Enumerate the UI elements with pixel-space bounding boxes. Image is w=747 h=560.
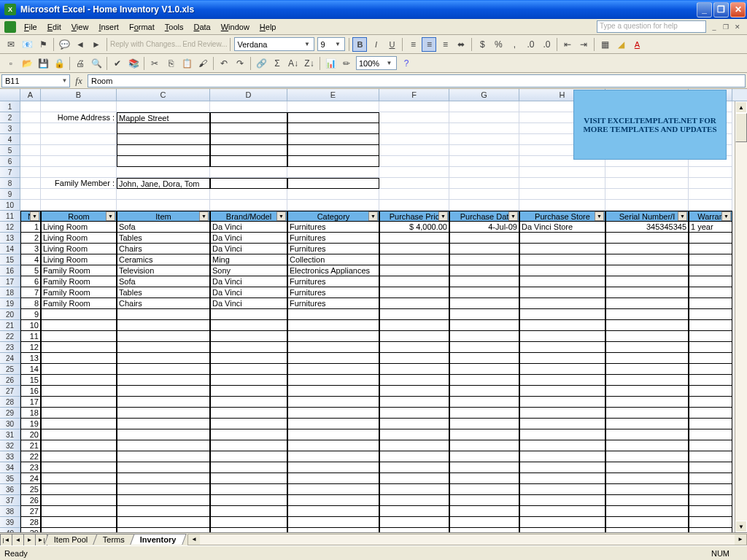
cell[interactable] xyxy=(449,386,519,397)
cell-item[interactable]: Chairs xyxy=(117,298,210,309)
cell[interactable] xyxy=(210,408,287,419)
cell[interactable] xyxy=(449,156,519,167)
cell[interactable] xyxy=(689,528,732,532)
cell-category[interactable]: Furnitures xyxy=(287,298,379,309)
cell[interactable] xyxy=(287,462,379,473)
row-header[interactable]: 37 xyxy=(0,495,20,506)
cell-category[interactable]: Furnitures xyxy=(287,287,379,298)
cell-no[interactable]: 4 xyxy=(20,254,41,265)
cell[interactable] xyxy=(20,167,41,178)
row-header[interactable]: 28 xyxy=(0,397,20,408)
cell[interactable] xyxy=(117,101,210,112)
cell[interactable] xyxy=(519,462,605,473)
row-header[interactable]: 30 xyxy=(0,419,20,429)
tab-item-pool[interactable]: Item Pool xyxy=(44,534,98,545)
row-header[interactable]: 12 xyxy=(0,222,20,233)
cell[interactable] xyxy=(41,375,117,386)
cell-store[interactable] xyxy=(519,254,605,265)
cell[interactable] xyxy=(449,189,519,200)
row-header[interactable]: 21 xyxy=(0,320,20,331)
cell[interactable] xyxy=(519,397,605,408)
cell[interactable] xyxy=(379,178,449,189)
cell[interactable] xyxy=(287,517,379,528)
permission-button[interactable]: 🔒 xyxy=(52,56,66,71)
cell[interactable] xyxy=(41,386,117,397)
next-comment-icon[interactable]: ► xyxy=(89,37,104,52)
cell[interactable] xyxy=(519,189,605,200)
cell[interactable] xyxy=(287,342,379,353)
menu-tools[interactable]: Tools xyxy=(160,21,189,33)
cell[interactable] xyxy=(379,167,449,178)
cell-no[interactable]: 13 xyxy=(20,353,41,364)
cell-price[interactable] xyxy=(379,298,449,309)
cell[interactable] xyxy=(449,101,519,112)
row-header[interactable]: 25 xyxy=(0,364,20,375)
cell[interactable] xyxy=(117,353,210,364)
cell-warranty[interactable] xyxy=(689,244,732,254)
row-header[interactable]: 16 xyxy=(0,265,20,276)
menu-edit[interactable]: Edit xyxy=(42,21,66,33)
row-header[interactable]: 33 xyxy=(0,451,20,462)
menu-format[interactable]: Format xyxy=(124,21,160,33)
cell-no[interactable]: 18 xyxy=(20,408,41,419)
cell[interactable] xyxy=(379,375,449,386)
cell[interactable] xyxy=(41,473,117,484)
row-header[interactable]: 4 xyxy=(0,134,20,145)
cell[interactable] xyxy=(41,342,117,353)
cell[interactable] xyxy=(41,353,117,364)
filter-dropdown-icon[interactable]: ▼ xyxy=(508,211,518,221)
cell[interactable] xyxy=(41,167,117,178)
header-room[interactable]: Room▼ xyxy=(41,211,117,222)
row-header[interactable]: 24 xyxy=(0,353,20,364)
cell[interactable] xyxy=(519,495,605,506)
cell[interactable] xyxy=(519,473,605,484)
cell[interactable] xyxy=(117,189,210,200)
cell[interactable] xyxy=(449,145,519,156)
row-header[interactable]: 11 xyxy=(0,211,20,222)
cell[interactable] xyxy=(41,101,117,112)
cell[interactable] xyxy=(287,112,379,123)
cell[interactable] xyxy=(689,397,732,408)
cell[interactable] xyxy=(605,495,689,506)
cell-warranty[interactable] xyxy=(689,265,732,276)
filter-dropdown-icon[interactable]: ▼ xyxy=(199,211,209,221)
cell[interactable] xyxy=(41,364,117,375)
filter-dropdown-icon[interactable]: ▼ xyxy=(438,211,448,221)
cell[interactable] xyxy=(210,506,287,517)
filter-dropdown-icon[interactable]: ▼ xyxy=(368,211,378,221)
row-header[interactable]: 36 xyxy=(0,484,20,495)
cell[interactable] xyxy=(210,495,287,506)
cell[interactable] xyxy=(519,484,605,495)
research-button[interactable]: 📚 xyxy=(126,56,141,71)
row-header[interactable]: 7 xyxy=(0,167,20,178)
row-header[interactable]: 35 xyxy=(0,473,20,484)
cell[interactable] xyxy=(449,309,519,320)
merge-center-button[interactable]: ⬌ xyxy=(454,37,468,52)
cell[interactable] xyxy=(449,397,519,408)
cell[interactable] xyxy=(605,429,689,440)
header-category[interactable]: Category▼ xyxy=(287,211,379,222)
cell-no[interactable]: 10 xyxy=(20,320,41,331)
cell-date[interactable] xyxy=(449,298,519,309)
cell[interactable] xyxy=(449,484,519,495)
doc-close-button[interactable]: ✕ xyxy=(732,23,743,31)
cell[interactable] xyxy=(689,178,732,189)
fill-color-button[interactable]: ◢ xyxy=(614,37,628,52)
cell[interactable] xyxy=(287,429,379,440)
cell[interactable] xyxy=(287,440,379,451)
cell[interactable] xyxy=(210,517,287,528)
cell[interactable] xyxy=(41,429,117,440)
cell[interactable] xyxy=(689,375,732,386)
cell[interactable] xyxy=(449,123,519,134)
row-header[interactable]: 2 xyxy=(0,112,20,123)
new-button[interactable]: ▫ xyxy=(4,56,18,71)
print-preview-button[interactable]: 🔍 xyxy=(89,56,104,71)
save-button[interactable]: 💾 xyxy=(36,56,50,71)
cell[interactable] xyxy=(519,517,605,528)
cell-price[interactable] xyxy=(379,265,449,276)
currency-button[interactable]: $ xyxy=(475,37,489,52)
fontsize-combo[interactable]: 9▼ xyxy=(317,37,345,51)
cell-no[interactable]: 29 xyxy=(20,528,41,532)
col-header-g[interactable]: G xyxy=(449,89,519,101)
cell[interactable] xyxy=(117,440,210,451)
